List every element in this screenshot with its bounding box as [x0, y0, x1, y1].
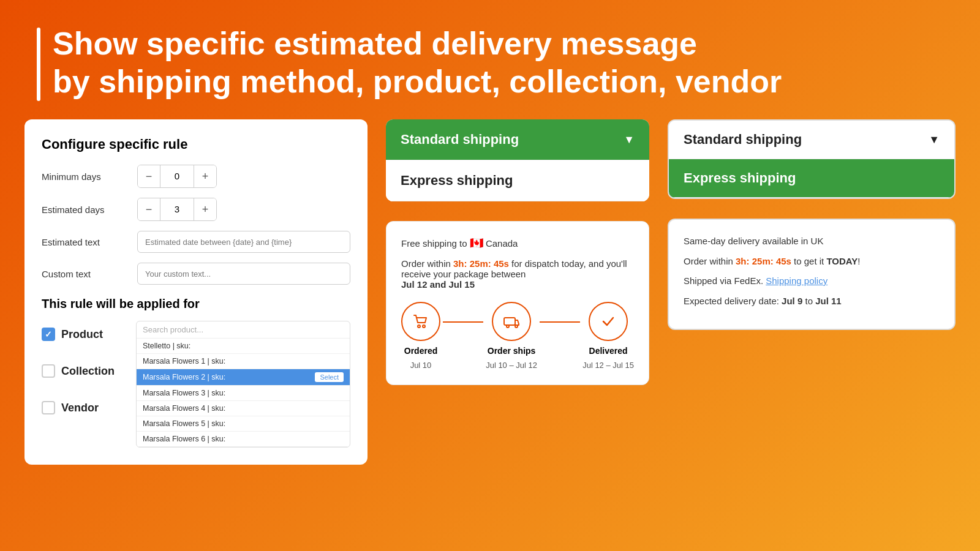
- svg-point-4: [515, 325, 518, 328]
- standard-shipping-option-right[interactable]: Standard shipping ▼: [669, 121, 954, 159]
- delivery-info-left: Free shipping to 🇨🇦 Canada Order within …: [386, 221, 649, 385]
- minimum-days-label: Minimum days: [42, 171, 127, 182]
- countdown-right: 3h: 25m: 45s: [736, 256, 791, 266]
- list-item[interactable]: Stelletto | sku:: [137, 339, 350, 354]
- svg-rect-2: [504, 318, 515, 325]
- standard-shipping-label-left: Standard shipping: [401, 132, 519, 148]
- estimated-days-decrement[interactable]: −: [138, 198, 160, 220]
- delivery-info-right: Same-day delivery available in UK Order …: [668, 219, 956, 330]
- delivery-right-line4: Expected delivery date: Jul 9 to Jul 11: [684, 294, 940, 309]
- product-list: Search product... Stelletto | sku: Marsa…: [136, 321, 350, 448]
- minimum-days-row: Minimum days − 0 +: [42, 165, 350, 188]
- standard-shipping-label-right: Standard shipping: [684, 132, 802, 148]
- date-range-left: Jul 12 and Jul 15: [401, 279, 475, 290]
- header-accent-bar: [37, 28, 40, 101]
- express-shipping-label-left: Express shipping: [401, 173, 513, 189]
- estimated-days-increment[interactable]: +: [194, 198, 216, 220]
- check-icon: [589, 302, 628, 341]
- vendor-checkbox-item: Vendor: [42, 397, 129, 419]
- connector-1: [443, 321, 483, 323]
- delivery-right-line2: Order within 3h: 25m: 45s to get it TODA…: [684, 255, 940, 269]
- checkboxes-col: Product Collection Vendor: [42, 321, 129, 448]
- list-item[interactable]: Marsala Flowers 6 | sku:: [137, 432, 350, 447]
- timeline-left: Ordered Jul 10 Order ships Jul 10 –: [401, 302, 634, 370]
- ships-label: Order ships: [488, 346, 536, 356]
- rule-section-title: This rule will be applied for: [42, 297, 350, 311]
- dropdown-arrow-right: ▼: [929, 133, 940, 146]
- list-item-highlighted[interactable]: Marsala Flowers 2 | sku: Select: [137, 369, 350, 386]
- countdown-left: 3h: 25m: 45s: [453, 258, 509, 269]
- delivery-text-2: Order within 3h: 25m: 45s for dispatch t…: [401, 258, 634, 290]
- product-search-placeholder[interactable]: Search product...: [137, 321, 350, 339]
- shipping-dropdown-right: Standard shipping ▼ Express shipping: [668, 119, 956, 199]
- collection-checkbox[interactable]: [42, 364, 55, 378]
- rule-rows: Product Collection Vendor Search product…: [42, 321, 350, 448]
- collection-checkbox-item: Collection: [42, 360, 129, 382]
- svg-point-0: [418, 325, 420, 328]
- delivered-date: Jul 12 – Jul 15: [582, 361, 634, 370]
- select-button[interactable]: Select: [315, 372, 344, 382]
- delivered-label: Delivered: [589, 346, 628, 356]
- svg-point-1: [423, 325, 425, 328]
- product-checkbox[interactable]: [42, 328, 55, 341]
- ordered-label: Ordered: [404, 346, 437, 356]
- vendor-checkbox[interactable]: [42, 401, 55, 414]
- configure-panel: Configure specific rule Minimum days − 0…: [24, 119, 368, 465]
- estimated-text-input[interactable]: [137, 231, 350, 253]
- minimum-days-stepper[interactable]: − 0 +: [137, 165, 217, 188]
- svg-point-3: [507, 325, 509, 328]
- product-checkbox-item: Product: [42, 323, 129, 345]
- main-content: Configure specific rule Minimum days − 0…: [0, 119, 980, 465]
- ships-date: Jul 10 – Jul 12: [486, 361, 537, 370]
- timeline-ordered: Ordered Jul 10: [401, 302, 440, 370]
- collection-label: Collection: [61, 365, 129, 378]
- truck-icon: [492, 302, 531, 341]
- estimated-text-row: Estimated text: [42, 231, 350, 253]
- shipping-policy-link[interactable]: Shipping policy: [766, 276, 827, 286]
- delivery-right-line1: Same-day delivery available in UK: [684, 234, 940, 249]
- list-item[interactable]: Marsala Flowers 5 | sku:: [137, 416, 350, 432]
- ordered-date: Jul 10: [410, 361, 432, 370]
- header-title: Show specific estimated delivery message…: [53, 24, 782, 101]
- minimum-days-value: 0: [160, 165, 194, 187]
- timeline-delivered: Delivered Jul 12 – Jul 15: [582, 302, 634, 370]
- vendor-label: Vendor: [61, 402, 129, 414]
- minimum-days-increment[interactable]: +: [194, 165, 216, 187]
- standard-shipping-option-left[interactable]: Standard shipping ▼: [386, 119, 649, 160]
- delivery-text-1: Free shipping to 🇨🇦 Canada: [401, 236, 634, 250]
- express-shipping-option-left[interactable]: Express shipping: [386, 160, 649, 201]
- custom-text-label: Custom text: [42, 269, 127, 279]
- minimum-days-decrement[interactable]: −: [138, 165, 160, 187]
- header: Show specific estimated delivery message…: [0, 0, 980, 119]
- estimated-days-label: Estimated days: [42, 204, 127, 215]
- estimated-days-stepper[interactable]: − 3 +: [137, 198, 217, 221]
- estimated-days-row: Estimated days − 3 +: [42, 198, 350, 221]
- timeline-ships: Order ships Jul 10 – Jul 12: [486, 302, 537, 370]
- connector-2: [540, 321, 580, 323]
- express-shipping-option-right[interactable]: Express shipping: [669, 159, 954, 198]
- custom-text-input[interactable]: [137, 263, 350, 285]
- delivery-right-line3: Shipped via FedEx. Shipping policy: [684, 274, 940, 288]
- cart-icon: [401, 302, 440, 341]
- express-shipping-label-right: Express shipping: [684, 170, 796, 186]
- dropdown-arrow-left: ▼: [624, 133, 635, 146]
- canada-flag: 🇨🇦: [470, 236, 483, 250]
- estimated-text-label: Estimated text: [42, 237, 127, 247]
- custom-text-row: Custom text: [42, 263, 350, 285]
- configure-title: Configure specific rule: [42, 137, 350, 152]
- list-item[interactable]: Marsala Flowers 3 | sku:: [137, 386, 350, 401]
- list-item[interactable]: Marsala Flowers 4 | sku:: [137, 401, 350, 416]
- shipping-dropdown-left: Standard shipping ▼ Express shipping: [386, 119, 649, 201]
- estimated-days-value: 3: [160, 198, 194, 220]
- product-label: Product: [61, 328, 129, 341]
- list-item[interactable]: Marsala Flowers 1 | sku:: [137, 354, 350, 369]
